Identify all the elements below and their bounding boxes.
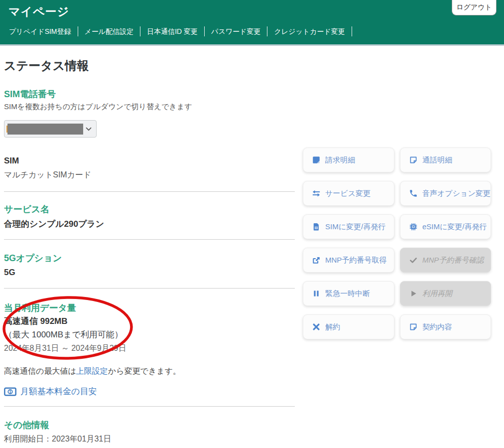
nav-id-change[interactable]: 日本通信ID 変更	[147, 26, 205, 36]
emergency-suspend-button[interactable]: 緊急一時中断	[303, 281, 394, 306]
call-detail-button[interactable]: 通話明細	[400, 148, 491, 172]
close-icon	[312, 322, 321, 331]
limit-setting-note: 高速通信の最大値は上限設定から変更できます。	[4, 366, 181, 377]
nav-prepaid-sim-register[interactable]: プリペイドSIM登録	[9, 26, 78, 36]
sim-phone-heading: SIM電話番号	[4, 88, 56, 100]
data-usage-value: 高速通信 992MB	[4, 315, 68, 327]
pause-icon	[312, 289, 321, 298]
esim-change-reissue-button[interactable]: eSIMに変更/再発行	[400, 214, 491, 239]
call-note-icon	[409, 155, 418, 164]
section-divider	[4, 406, 295, 407]
billing-note-icon	[312, 155, 321, 164]
action-button-grid: 請求明細 通話明細 サービス変更 音声オプション変更	[303, 148, 491, 339]
billing-detail-button[interactable]: 請求明細	[303, 148, 394, 172]
svg-text:1: 1	[9, 389, 11, 394]
monthly-fee-link[interactable]: 1 月額基本料金の目安	[4, 386, 97, 397]
sim-change-reissue-button[interactable]: SIMに変更/再発行	[303, 214, 394, 239]
contract-detail-button[interactable]: 契約内容	[400, 314, 491, 339]
nav-password-change[interactable]: パスワード変更	[211, 26, 267, 36]
option-5g-heading: 5Gオプション	[4, 252, 62, 264]
chip-icon	[409, 222, 418, 231]
mnp-number-get-button[interactable]: MNP予約番号取得	[303, 248, 394, 273]
data-usage-heading: 当月利用データ量	[4, 302, 76, 314]
share-icon	[312, 256, 321, 265]
redacted-phone-number	[7, 124, 83, 135]
cancel-contract-button[interactable]: 解約	[303, 314, 394, 339]
sim-phone-select[interactable]	[4, 120, 97, 138]
phone-icon	[409, 189, 418, 198]
header-nav: プリペイドSIM登録 メール配信設定 日本通信ID 変更 パスワード変更 クレジ…	[9, 26, 359, 36]
money-bill-icon: 1	[4, 387, 16, 396]
monthly-fee-link-label: 月額基本料金の目安	[20, 386, 97, 397]
sim-label: SIM	[4, 156, 19, 166]
sim-value: マルチカットSIMカード	[4, 170, 91, 180]
check-icon	[409, 256, 418, 265]
mypage-screen: マイページ プリペイドSIM登録 メール配信設定 日本通信ID 変更 パスワード…	[0, 0, 504, 448]
contract-note-icon	[409, 322, 418, 331]
nav-mail-settings[interactable]: メール配信設定	[85, 26, 141, 36]
section-divider	[4, 288, 295, 289]
data-usage-period: 2024年8月31日 ～ 2024年9月29日	[4, 343, 126, 354]
section-divider	[4, 191, 295, 192]
chevron-down-icon	[86, 127, 92, 131]
option-5g-value: 5G	[4, 268, 15, 278]
sim-phone-description: SIMを複数お持ちの方はプルダウンで切り替えできます	[4, 102, 192, 112]
data-usage-limit-note: （最大 1000MBまで利用可能）	[4, 329, 123, 340]
service-start-date: 利用開始日：2023年01月31日	[4, 434, 111, 445]
logout-button[interactable]: ログアウト	[452, 0, 497, 15]
limit-note-after: から変更できます。	[108, 367, 181, 375]
header-bar: マイページ プリペイドSIM登録 メール配信設定 日本通信ID 変更 パスワード…	[0, 0, 504, 46]
service-heading: サービス名	[4, 203, 49, 215]
page-title: ステータス情報	[4, 58, 89, 74]
nav-credit-card-change[interactable]: クレジットカード変更	[274, 26, 352, 36]
service-value: 合理的シンプル290プラン	[4, 218, 104, 230]
play-icon	[409, 289, 418, 298]
section-divider	[4, 239, 295, 240]
service-change-button[interactable]: サービス変更	[303, 181, 394, 206]
resume-use-button: 利用再開	[400, 281, 491, 306]
app-title: マイページ	[8, 4, 69, 19]
mnp-number-confirm-button: MNP予約番号確認	[400, 248, 491, 273]
exchange-icon	[312, 189, 321, 198]
sim-card-icon	[312, 222, 321, 231]
voice-option-change-button[interactable]: 音声オプション変更	[400, 181, 491, 206]
limit-setting-link[interactable]: 上限設定	[76, 367, 108, 375]
limit-note-before: 高速通信の最大値は	[4, 367, 76, 375]
other-info-heading: その他情報	[4, 419, 49, 431]
